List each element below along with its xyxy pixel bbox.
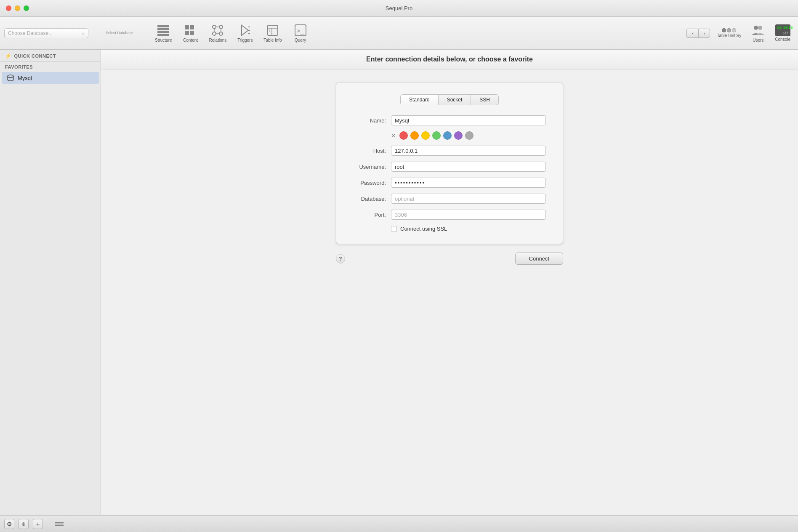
svg-rect-5 (190, 25, 194, 29)
chevron-down-icon: ⌄ (81, 31, 85, 35)
host-field[interactable] (391, 146, 546, 156)
table-history-label: Table History (717, 33, 741, 38)
username-row: Username: (353, 162, 546, 172)
form-footer: ? Connect (336, 253, 563, 265)
database-icon (7, 74, 14, 82)
toolbar-btn-triggers[interactable]: Triggers (232, 22, 258, 44)
favorites-label: FAVORITES (5, 64, 33, 69)
users-label: Users (753, 38, 763, 43)
color-dot-gray[interactable] (465, 131, 473, 140)
query-label: Query (295, 38, 306, 43)
users-icon (751, 24, 765, 37)
svg-point-11 (219, 32, 223, 35)
list-line-icon (55, 522, 64, 523)
port-row: Port: (353, 210, 546, 220)
password-label: Password: (353, 180, 391, 186)
maximize-button[interactable] (24, 5, 29, 11)
minimize-button[interactable] (15, 5, 20, 11)
quick-connect-label: QUICK CONNECT (14, 53, 56, 59)
svg-marker-16 (242, 25, 248, 35)
separator (49, 520, 49, 528)
content-header: Enter connection details below, or choos… (101, 50, 798, 69)
nav-back-button[interactable]: ‹ (686, 29, 698, 38)
database-row: Database: (353, 194, 546, 204)
svg-rect-0 (157, 25, 169, 27)
svg-text:>_: >_ (297, 27, 304, 35)
color-clear-icon[interactable]: ✕ (391, 132, 396, 139)
svg-point-28 (8, 75, 13, 77)
toolbar-btn-structure[interactable]: Structure (151, 22, 176, 44)
triggers-icon (238, 24, 252, 37)
list-line-icon (55, 525, 64, 526)
svg-point-8 (213, 25, 216, 29)
username-field[interactable] (391, 162, 546, 172)
database-select-label: Choose Database... (8, 30, 53, 36)
lightning-icon: ⚡ (5, 53, 12, 59)
ssl-checkbox[interactable] (391, 226, 397, 232)
tab-ssh[interactable]: SSH (471, 94, 499, 105)
quick-connect-header: ⚡ QUICK CONNECT (0, 50, 101, 61)
toolbar-btn-console[interactable]: console off Console (771, 23, 794, 43)
color-dot-green[interactable] (432, 131, 441, 140)
database-label: Database: (353, 196, 391, 202)
list-line-icon (55, 524, 64, 524)
structure-label: Structure (155, 38, 172, 43)
name-field[interactable] (391, 115, 546, 125)
svg-point-27 (758, 26, 762, 30)
sidebar-item-mysql[interactable]: Mysql (2, 72, 99, 84)
color-dot-blue[interactable] (443, 131, 452, 140)
query-icon: >_ (294, 24, 307, 37)
toolbar-btn-users[interactable]: Users (748, 22, 768, 44)
password-row: Password: (353, 178, 546, 188)
color-dot-orange[interactable] (410, 131, 419, 140)
connection-form: Standard Socket SSH Name: ✕ (336, 82, 563, 244)
name-label: Name: (353, 117, 391, 124)
svg-text:i: i (269, 29, 270, 33)
tab-socket[interactable]: Socket (439, 94, 471, 105)
toolbar-btn-content[interactable]: Content (178, 22, 203, 44)
color-dot-yellow[interactable] (421, 131, 430, 140)
color-dot-red[interactable] (399, 131, 408, 140)
gear-icon: ⚙ (7, 521, 12, 527)
ssl-label: Connect using SSL (400, 226, 447, 232)
structure-icon (157, 24, 170, 37)
triggers-label: Triggers (237, 38, 253, 43)
new-folder-button[interactable]: ⊕ (19, 519, 29, 529)
color-row: ✕ (353, 131, 546, 140)
console-label: Console (775, 37, 790, 42)
connection-tabs: Standard Socket SSH (353, 94, 546, 105)
name-row: Name: (353, 115, 546, 125)
console-icon: console off (775, 24, 790, 36)
relations-icon (211, 24, 224, 37)
sidebar-item-mysql-label: Mysql (18, 75, 32, 81)
window-controls[interactable] (6, 5, 29, 11)
favorites-header: FAVORITES (0, 61, 101, 72)
help-button[interactable]: ? (336, 254, 345, 263)
svg-rect-4 (185, 25, 189, 29)
toolbar-btn-table-history[interactable]: Table History (713, 27, 745, 40)
gear-button[interactable]: ⚙ (4, 519, 14, 529)
titlebar: Sequel Pro (0, 0, 798, 17)
database-field[interactable] (391, 194, 546, 204)
svg-rect-1 (157, 28, 169, 30)
toolbar-btn-query[interactable]: >_ Query (288, 22, 313, 44)
port-field[interactable] (391, 210, 546, 220)
password-field[interactable] (391, 178, 546, 188)
toolbar-btn-table-info[interactable]: i Table Info (259, 22, 286, 44)
svg-rect-7 (190, 31, 194, 35)
nav-buttons: ‹ › (686, 29, 710, 38)
close-button[interactable] (6, 5, 11, 11)
svg-point-26 (754, 26, 758, 30)
color-dot-purple[interactable] (454, 131, 463, 140)
database-select[interactable]: Choose Database... ⌄ (4, 28, 88, 38)
nav-forward-button[interactable]: › (698, 29, 710, 38)
svg-point-9 (219, 25, 223, 29)
list-view-button[interactable] (55, 522, 64, 526)
connect-button[interactable]: Connect (515, 253, 563, 265)
svg-point-10 (213, 32, 216, 35)
content-body: Standard Socket SSH Name: ✕ (101, 69, 798, 515)
tab-standard[interactable]: Standard (400, 94, 439, 105)
add-button[interactable]: + (33, 519, 43, 529)
toolbar-btn-relations[interactable]: Relations (205, 22, 231, 44)
table-info-icon: i (266, 24, 279, 37)
